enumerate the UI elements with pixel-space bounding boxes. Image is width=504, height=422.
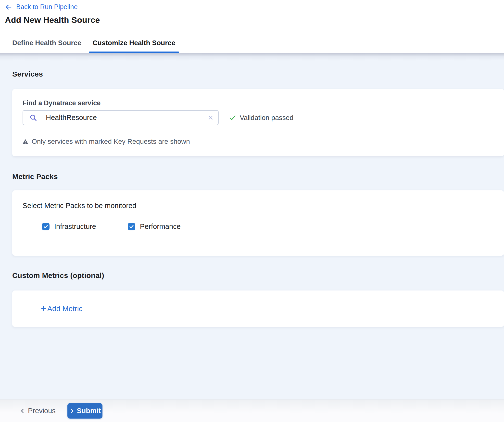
custom-metrics-card: + Add Metric — [12, 290, 504, 327]
services-warning: Only services with marked Key Requests a… — [22, 138, 190, 145]
tab-content: Services Find a Dynatrace service — [0, 53, 504, 399]
plus-icon: + — [41, 304, 46, 313]
metric-pack-infrastructure: Infrastructure — [42, 223, 96, 231]
check-icon — [229, 114, 236, 121]
checkmark-icon — [129, 224, 134, 229]
service-search-field — [23, 110, 219, 125]
wizard-tabbar: Define Health Source Customize Health So… — [0, 32, 504, 53]
checkbox-performance[interactable] — [128, 223, 135, 230]
previous-label: Previous — [28, 407, 56, 415]
search-icon — [29, 114, 37, 121]
clear-x-icon — [207, 115, 214, 121]
find-service-label: Find a Dynatrace service — [23, 99, 101, 107]
submit-label: Submit — [77, 407, 101, 415]
metric-packs-card: Select Metric Packs to be monitored Infr… — [12, 190, 504, 256]
clear-button[interactable] — [207, 115, 214, 121]
checkbox-label: Infrastructure — [54, 223, 96, 231]
wizard-footer: Previous Submit — [0, 399, 504, 422]
warning-icon — [22, 139, 28, 145]
tab-label: Define Health Source — [12, 39, 81, 47]
search-input[interactable] — [37, 114, 207, 122]
checkbox-infrastructure[interactable] — [42, 223, 50, 230]
chevron-right-icon — [69, 408, 75, 414]
services-card: Find a Dynatrace service — [12, 89, 504, 156]
metric-pack-performance: Performance — [128, 223, 181, 231]
submit-button[interactable]: Submit — [67, 403, 102, 419]
custom-metrics-heading: Custom Metrics (optional) — [12, 271, 104, 280]
tab-define-health-source[interactable]: Define Health Source — [8, 32, 85, 53]
metric-packs-options: Infrastructure Performance — [42, 223, 181, 231]
checkmark-icon — [43, 224, 48, 229]
add-metric-button[interactable]: + Add Metric — [41, 304, 82, 313]
tab-label: Customize Health Source — [93, 39, 176, 47]
service-search-row: Validation passed — [23, 110, 293, 125]
services-heading: Services — [12, 70, 43, 78]
checkbox-label: Performance — [140, 223, 181, 231]
back-link-label: Back to Run Pipeline — [16, 3, 78, 11]
validation-status: Validation passed — [229, 114, 293, 122]
back-link[interactable]: Back to Run Pipeline — [5, 3, 78, 11]
page-header: Back to Run Pipeline Add New Health Sour… — [0, 0, 504, 32]
page-title: Add New Health Source — [5, 15, 100, 25]
chevron-left-icon — [20, 408, 25, 414]
tab-customize-health-source[interactable]: Customize Health Source — [89, 32, 179, 53]
back-arrow-icon — [5, 3, 12, 11]
previous-button[interactable]: Previous — [20, 407, 56, 415]
add-metric-label: Add Metric — [47, 304, 82, 313]
metric-packs-heading: Metric Packs — [12, 172, 58, 181]
select-metric-packs-label: Select Metric Packs to be monitored — [23, 202, 136, 210]
add-health-source-page: Back to Run Pipeline Add New Health Sour… — [0, 0, 504, 422]
warning-text: Only services with marked Key Requests a… — [32, 138, 190, 145]
validation-text: Validation passed — [240, 114, 293, 122]
